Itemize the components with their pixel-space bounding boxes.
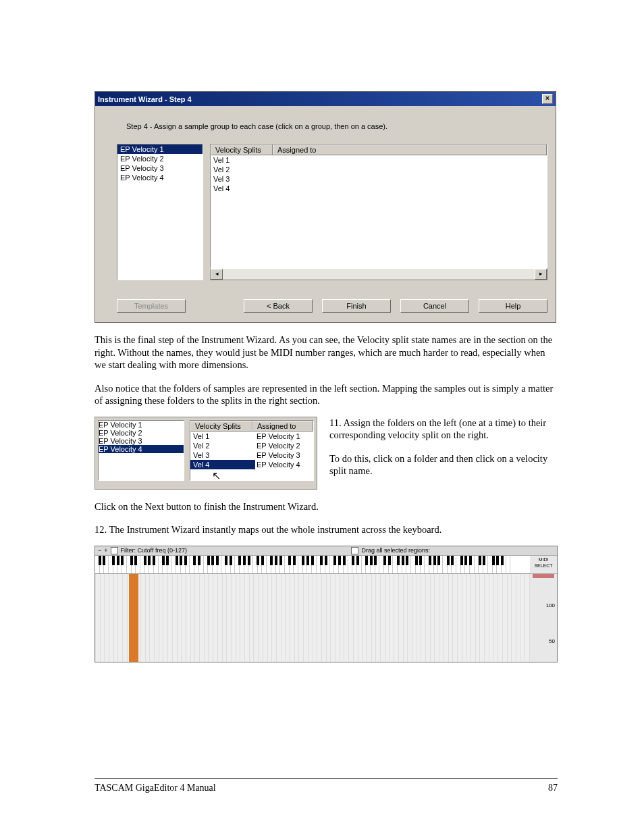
step-text: 12. The Instrument Wizard instantly maps… xyxy=(95,523,556,536)
midi-select-button[interactable]: MIDI SELECT xyxy=(530,556,557,574)
footer-product: TASCAM GigaEditor 4 Manual xyxy=(95,783,216,793)
mini-velocity-table[interactable]: Velocity Splits Assigned to Vel 1EP Velo… xyxy=(190,420,314,481)
table-row[interactable]: Vel 3 xyxy=(211,174,547,184)
selected-region[interactable] xyxy=(129,574,138,662)
body-paragraph: Also notice that the folders of samples … xyxy=(95,382,556,407)
col-header[interactable]: Velocity Splits xyxy=(190,421,252,432)
sample-group-list[interactable]: EP Velocity 1 EP Velocity 2 EP Velocity … xyxy=(117,144,203,280)
cancel-button[interactable]: Cancel xyxy=(400,299,469,313)
body-paragraph: Click on the Next button to finish the I… xyxy=(95,500,556,513)
table-row[interactable]: Vel 1EP Velocity 1 xyxy=(190,432,313,441)
velocity-splits-table[interactable]: Velocity Splits Assigned to Vel 1 Vel 2 … xyxy=(210,144,547,268)
table-row[interactable]: Vel 4 xyxy=(211,184,547,193)
table-row[interactable]: Vel 3EP Velocity 3 xyxy=(190,450,313,460)
back-button[interactable]: < Back xyxy=(244,299,313,313)
list-item[interactable]: EP Velocity 2 xyxy=(117,154,203,163)
list-item[interactable]: EP Velocity 3 xyxy=(99,437,184,445)
col-header[interactable]: Assigned to xyxy=(273,145,547,155)
list-item[interactable]: EP Velocity 4 xyxy=(117,173,203,182)
region-grid[interactable] xyxy=(95,574,530,662)
step-text: To do this, click on a folder and then c… xyxy=(329,452,556,477)
instrument-wizard-window: Instrument Wizard - Step 4 × Step 4 - As… xyxy=(95,91,556,323)
table-row[interactable]: Vel 2 xyxy=(211,165,547,174)
mini-sample-list[interactable]: EP Velocity 1 EP Velocity 2 EP Velocity … xyxy=(98,420,184,481)
list-item[interactable]: EP Velocity 3 xyxy=(117,163,203,173)
step-text: 11. Assign the folders on the left (one … xyxy=(329,417,556,442)
window-titlebar: Instrument Wizard - Step 4 × xyxy=(95,92,556,106)
dropdown-icon[interactable] xyxy=(351,547,358,554)
cursor-icon: ↖ xyxy=(212,469,335,482)
list-item[interactable]: EP Velocity 1 xyxy=(99,421,184,429)
help-button[interactable]: Help xyxy=(479,299,547,313)
table-row[interactable]: Vel 4EP Velocity 4 xyxy=(190,460,313,469)
step-instruction: Step 4 - Assign a sample group to each c… xyxy=(126,122,547,130)
filter-label: Filter: Cutoff freq (0-127) xyxy=(121,547,187,554)
minus-icon[interactable]: − xyxy=(98,547,101,554)
drag-label: Drag all selected regions: xyxy=(361,547,430,554)
scroll-right-icon[interactable]: ▸ xyxy=(535,269,547,280)
scale-label: 100 xyxy=(530,602,557,608)
finish-button[interactable]: Finish xyxy=(322,299,391,313)
keyboard-region-editor: − + Filter: Cutoff freq (0-127) Drag all… xyxy=(95,546,558,662)
plus-icon[interactable]: + xyxy=(104,547,107,554)
close-icon[interactable]: × xyxy=(542,94,553,104)
dropdown-icon[interactable] xyxy=(111,547,118,554)
col-header[interactable]: Velocity Splits xyxy=(211,145,273,155)
window-title: Instrument Wizard - Step 4 xyxy=(98,95,192,103)
list-item[interactable]: EP Velocity 4 xyxy=(99,445,184,453)
page-number: 87 xyxy=(548,783,558,793)
mini-example: EP Velocity 1 EP Velocity 2 EP Velocity … xyxy=(95,417,317,490)
body-paragraph: This is the final step of the Instrument… xyxy=(95,334,556,371)
h-scrollbar[interactable]: ◂ ▸ xyxy=(210,268,547,280)
list-item[interactable]: EP Velocity 2 xyxy=(99,429,184,437)
list-item[interactable]: EP Velocity 1 xyxy=(117,145,203,154)
templates-button[interactable]: Templates xyxy=(117,299,186,313)
piano-keyboard[interactable] xyxy=(95,556,530,573)
col-header[interactable]: Assigned to xyxy=(252,421,313,432)
scale-label: 50 xyxy=(530,638,557,644)
scroll-left-icon[interactable]: ◂ xyxy=(211,269,223,280)
table-row[interactable]: Vel 1 xyxy=(211,155,547,165)
table-row[interactable]: Vel 2EP Velocity 2 xyxy=(190,441,313,450)
